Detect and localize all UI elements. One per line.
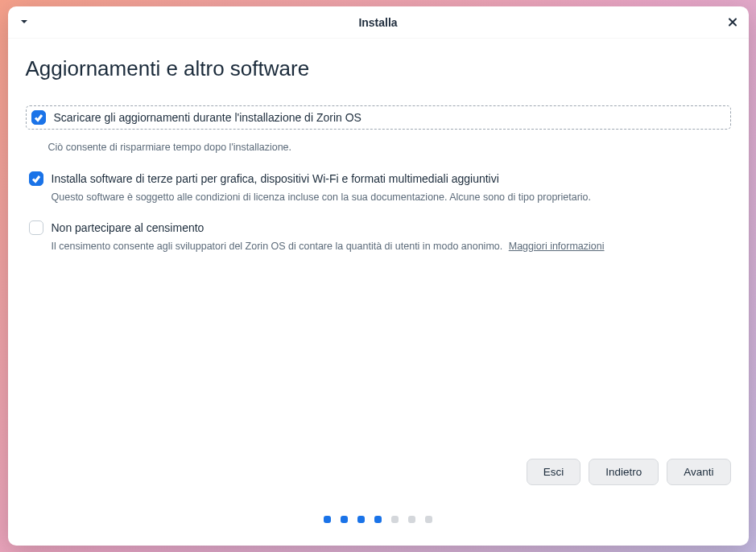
- close-icon[interactable]: [728, 15, 737, 29]
- option-checkbox[interactable]: [29, 220, 43, 235]
- more-info-link[interactable]: Maggiori informazioni: [509, 241, 605, 252]
- option-head: Non partecipare al censimento: [29, 220, 728, 235]
- window-title: Installa: [358, 16, 397, 29]
- quit-button[interactable]: Esci: [527, 459, 581, 485]
- option-label: Non partecipare al censimento: [52, 221, 204, 234]
- footer-buttons: Esci Indietro Avanti: [8, 459, 749, 500]
- next-button[interactable]: Avanti: [667, 459, 730, 485]
- option-description: Il censimento consente agli sviluppatori…: [52, 240, 728, 254]
- progress-dots: [8, 500, 749, 546]
- progress-dot: [425, 516, 432, 523]
- option-head: Scaricare gli aggiornamenti durante l'in…: [31, 110, 725, 125]
- content-area: Aggiornamenti e altro software Scaricare…: [8, 39, 749, 459]
- option-label: Scaricare gli aggiornamenti durante l'in…: [54, 111, 361, 124]
- progress-dot: [391, 516, 399, 523]
- option-description: Ciò consente di risparmiare tempo dopo l…: [48, 141, 731, 155]
- titlebar: Installa: [8, 6, 749, 39]
- progress-dot: [341, 516, 348, 523]
- progress-dot: [374, 516, 382, 523]
- option-row: Non partecipare al censimentoIl censimen…: [26, 220, 731, 254]
- page-title: Aggiornamenti e altro software: [26, 56, 731, 81]
- option-description: Questo software è soggetto alle condizio…: [52, 191, 728, 205]
- progress-dot: [324, 516, 331, 523]
- progress-dot: [357, 516, 365, 523]
- installer-window: Installa Aggiornamenti e altro software …: [8, 6, 749, 546]
- option-head: Installa software di terze parti per gra…: [29, 171, 728, 186]
- option-checkbox[interactable]: [29, 171, 43, 186]
- option-row: Scaricare gli aggiornamenti durante l'in…: [26, 105, 731, 130]
- progress-dot: [408, 516, 415, 523]
- options-list: Scaricare gli aggiornamenti durante l'in…: [26, 105, 731, 270]
- menu-dropdown-icon[interactable]: [19, 15, 29, 30]
- back-button[interactable]: Indietro: [589, 459, 659, 485]
- option-checkbox[interactable]: [31, 110, 46, 125]
- option-label: Installa software di terze parti per gra…: [52, 172, 499, 185]
- option-row: Installa software di terze parti per gra…: [26, 171, 731, 205]
